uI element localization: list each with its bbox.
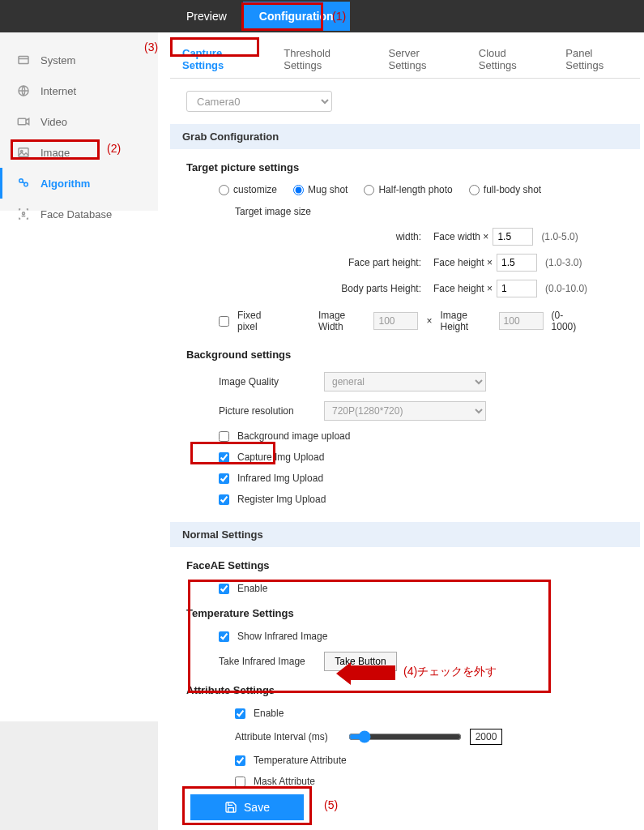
video-icon: [16, 114, 31, 129]
bg-upload-row: Background image upload: [170, 426, 640, 447]
width-label: width:: [219, 231, 429, 242]
capture-upload-row: Capture Img Upload: [170, 447, 640, 468]
attr-interval-label: Attribute Interval (ms): [235, 731, 348, 742]
tab-preview[interactable]: Preview: [170, 2, 243, 31]
faceae-enable-label: Enable: [237, 583, 267, 594]
image-height-input[interactable]: [499, 312, 544, 330]
capture-upload-label: Capture Img Upload: [237, 451, 324, 463]
facepart-prefix: Face height ×: [429, 257, 497, 268]
bodypart-hint: (0.0-10.0): [545, 283, 587, 294]
image-icon: [16, 145, 31, 160]
image-width-input[interactable]: [373, 312, 418, 330]
top-nav: Preview Configuration: [0, 0, 644, 32]
normal-settings-header: Normal Settings: [170, 522, 640, 547]
bg-upload-label: Background image upload: [237, 430, 350, 442]
tab-cloud-settings[interactable]: Cloud Settings: [467, 41, 553, 78]
arrow-head-icon: [336, 662, 351, 685]
attr-interval-row: Attribute Interval (ms) 2000: [170, 724, 640, 750]
grab-config-header: Grab Configuration: [170, 124, 640, 149]
register-upload-checkbox[interactable]: [219, 494, 229, 505]
register-upload-row: Register Img Upload: [170, 489, 640, 510]
annotation-label-1: (1): [332, 10, 346, 23]
sidebar-label: Face Database: [41, 208, 112, 220]
radio-mugshot[interactable]: Mug shot: [293, 184, 348, 195]
camera-select[interactable]: Camera0: [186, 91, 332, 112]
temp-attr-checkbox[interactable]: [235, 755, 245, 766]
take-infrared-label: Take Infrared Image: [219, 656, 324, 667]
fixed-pixel-checkbox[interactable]: [219, 316, 229, 327]
image-height-label: Image Height: [440, 310, 490, 332]
radio-customize[interactable]: customize: [219, 184, 277, 195]
fixed-pixel-row: Fixed pixel Image Width × Image Height (…: [170, 302, 640, 340]
attr-interval-value: 2000: [470, 729, 502, 745]
gear-icon: [16, 53, 31, 67]
radio-halflength[interactable]: Half-length photo: [364, 184, 452, 195]
sidebar: System Internet Video Image Algorithm Fa…: [0, 32, 158, 211]
capture-upload-checkbox[interactable]: [219, 452, 229, 463]
fixed-pixel-label: Fixed pixel: [237, 310, 278, 332]
quality-select[interactable]: general: [324, 372, 486, 391]
sub-tabs: Capture Settings Threshold Settings Serv…: [170, 41, 640, 79]
target-radio-row: customize Mug shot Half-length photo ful…: [170, 180, 640, 199]
tab-threshold-settings[interactable]: Threshold Settings: [271, 41, 376, 78]
show-infrared-label: Show Infrared Image: [237, 631, 327, 642]
facepart-label: Face part height:: [219, 257, 429, 268]
globe-icon: [16, 83, 31, 98]
facepart-input[interactable]: [497, 254, 537, 272]
bodypart-label: Body parts Height:: [219, 283, 429, 294]
bodypart-input[interactable]: [497, 280, 537, 297]
attr-enable-label: Enable: [254, 708, 284, 719]
tab-server-settings[interactable]: Server Settings: [376, 41, 466, 78]
sidebar-label: Algorithm: [41, 178, 90, 190]
bodypart-prefix: Face height ×: [429, 283, 497, 294]
sidebar-item-algorithm[interactable]: Algorithm: [0, 168, 158, 199]
attr-enable-checkbox[interactable]: [235, 708, 245, 719]
annotation-label-2: (2): [107, 142, 121, 155]
attr-interval-slider[interactable]: [348, 730, 462, 743]
algorithm-icon: [16, 176, 31, 190]
sidebar-item-video[interactable]: Video: [0, 106, 158, 137]
footer-gray-panel: [0, 721, 158, 830]
resolution-label: Picture resolution: [219, 405, 324, 417]
background-title: Background settings: [170, 340, 640, 367]
sidebar-item-face-database[interactable]: Face Database: [0, 199, 158, 229]
image-width-label: Image Width: [318, 310, 366, 332]
infrared-upload-label: Infrared Img Upload: [237, 473, 323, 484]
tab-panel-settings[interactable]: Panel Settings: [553, 41, 640, 78]
id-reader-section: ID Reader Link Mode ID Reader Link Mode …: [170, 824, 640, 830]
radio-fullbody[interactable]: full-body shot: [469, 184, 541, 195]
mask-attr-label: Mask Attribute: [254, 776, 315, 787]
sidebar-label: Internet: [41, 85, 76, 97]
attr-enable-row: Enable: [170, 703, 640, 724]
sidebar-item-system[interactable]: System: [0, 45, 158, 75]
svg-rect-4: [19, 148, 28, 157]
infrared-upload-row: Infrared Img Upload: [170, 468, 640, 489]
width-input[interactable]: [493, 228, 533, 246]
sidebar-item-image[interactable]: Image: [0, 137, 158, 168]
mask-attr-checkbox[interactable]: [235, 777, 245, 787]
resolution-select[interactable]: 720P(1280*720): [324, 401, 486, 421]
quality-label: Image Quality: [219, 376, 324, 387]
faceae-enable-checkbox[interactable]: [219, 584, 229, 594]
infrared-upload-checkbox[interactable]: [219, 473, 229, 484]
target-image-size-label: Target image size: [170, 199, 640, 224]
main-panel: Capture Settings Threshold Settings Serv…: [170, 32, 640, 830]
target-picture-title: Target picture settings: [170, 153, 640, 180]
width-row: width: Face width × (1.0-5.0): [170, 224, 640, 250]
bg-upload-checkbox[interactable]: [219, 431, 229, 442]
sidebar-label: System: [41, 54, 75, 66]
svg-point-8: [23, 212, 25, 215]
tab-capture-settings[interactable]: Capture Settings: [170, 41, 271, 78]
show-infrared-checkbox[interactable]: [219, 631, 229, 642]
annotation-label-5: (5): [324, 798, 338, 811]
sidebar-label: Image: [41, 147, 70, 159]
face-icon: [16, 207, 31, 221]
temp-attr-label: Temperature Attribute: [254, 755, 347, 766]
arrow-body-icon: [351, 665, 395, 680]
save-icon: [224, 801, 237, 814]
sidebar-item-internet[interactable]: Internet: [0, 75, 158, 106]
width-hint: (1.0-5.0): [541, 231, 578, 242]
save-button[interactable]: Save: [190, 794, 304, 820]
width-prefix: Face width ×: [429, 231, 493, 242]
annotation-label-3: (3): [144, 41, 158, 53]
